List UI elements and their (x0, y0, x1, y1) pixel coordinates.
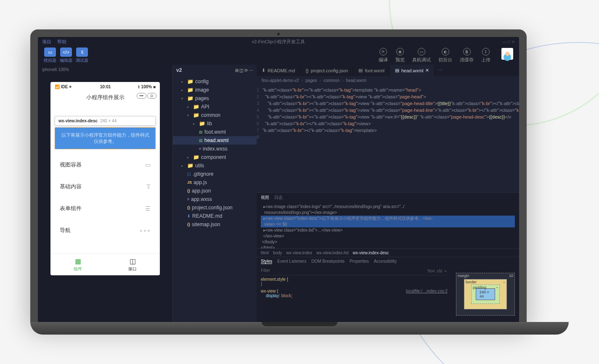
action-preview[interactable]: ◉预览 (395, 48, 405, 63)
capsule-button[interactable]: •••⊙ (137, 93, 156, 99)
camera-dot (277, 33, 280, 35)
ide-window: 项目 帮助 v2-FinClip小程序开发工具 — □ ✕ ▭模拟器 </>编辑… (38, 37, 519, 323)
editor-tab[interactable]: ⬇README.md (257, 65, 300, 76)
styles-pane[interactable]: Filter:hov .cls ＋ element.style {}</span… (257, 266, 452, 323)
highlighted-element[interactable]: 以下将展示小程序官方组件能力，组件样式仅供参考。 (55, 127, 156, 149)
file-tree: ▸📁config▸📁image▾📁pages▸📁API▾📁common▸📁lib… (173, 76, 257, 230)
editor-tabs: ⬇README.md{}project.config.json▤foot.wxm… (257, 65, 519, 76)
window-controls[interactable]: — □ ✕ (502, 40, 515, 44)
tree-item[interactable]: {}project.config.json (173, 203, 257, 212)
devtools-top-tabs[interactable]: 视图日志 (257, 193, 519, 202)
tree-item[interactable]: ▸📁image (173, 86, 257, 94)
phone-list-item[interactable]: 基础内容𝕋 (54, 177, 156, 196)
tabs-overflow[interactable]: ⋯ (435, 68, 446, 73)
tab-api[interactable]: ◫接口 (105, 254, 160, 275)
filter-options[interactable]: :hov .cls ＋ (427, 268, 448, 274)
devtools-style-tabs[interactable]: Styles Event Listeners DOM Breakpoints P… (257, 257, 519, 266)
tb-debugger[interactable]: ⥮ (76, 47, 88, 57)
tree-item[interactable]: ▢.gitignore (173, 170, 257, 178)
action-upload[interactable]: ↥上传 (481, 48, 490, 63)
tb-simulator[interactable]: ▭ (44, 47, 56, 57)
box-model: margin10 border– padding– 240 × 44 (452, 266, 519, 323)
editor-tab[interactable]: ▤head.wxml✕ (390, 65, 435, 76)
phone-nav-title: 小程序组件展示 •••⊙ (50, 92, 160, 103)
tree-item[interactable]: #index.wxss (173, 145, 257, 153)
tree-item[interactable]: #app.wxss (173, 195, 257, 203)
action-background[interactable]: ◐切后台 (438, 48, 452, 63)
phone-status-bar: 📶 IDE ᯤ10:01ᚼ 100% ■ (50, 82, 160, 92)
laptop-base (30, 322, 569, 335)
tree-item[interactable]: ▸📁API (173, 103, 257, 111)
tree-item[interactable]: ▤head.wxml (173, 136, 257, 145)
tree-item[interactable]: ▤foot.wxml (173, 128, 257, 136)
inspector-tooltip: wx-view.index-desc240 × 44 (55, 116, 156, 126)
phone-list-item[interactable]: 视图容器▭ (54, 155, 156, 174)
tree-item[interactable]: ▸📁utils (173, 161, 257, 170)
simulator-panel: iphone6 100% 📶 IDE ᯤ10:01ᚼ 100% ■ 小程序组件展… (38, 65, 172, 323)
tree-item[interactable]: ⬇README.md (173, 212, 257, 220)
menu-help[interactable]: 帮助 (57, 39, 66, 45)
tree-item[interactable]: {}app.json (173, 187, 257, 195)
dom-breadcrumb[interactable]: htmlbodywx-view.indexwx-view.index-hdwx-… (257, 248, 519, 257)
tb-editor[interactable]: </> (60, 47, 72, 57)
breadcrumb[interactable]: fino-applet-demo-v2pagescommonhead.wxml (257, 76, 519, 85)
tree-item[interactable]: JSapp.js (173, 178, 257, 187)
tree-item[interactable]: ▸📁config (173, 77, 257, 86)
tree-item[interactable]: ▾📁pages (173, 94, 257, 103)
tree-item[interactable]: ▾📁common (173, 111, 257, 119)
user-avatar[interactable] (501, 48, 513, 60)
editor-tab[interactable]: ▤foot.wxml (353, 65, 390, 76)
menu-project[interactable]: 项目 (42, 39, 51, 45)
phone-list-item[interactable]: 表单组件☰ (54, 199, 156, 218)
dom-tree[interactable]: ▸<wx-image class="index-logo" src="../re… (257, 202, 519, 248)
device-info[interactable]: iphone6 100% (38, 65, 172, 74)
laptop-frame: 项目 帮助 v2-FinClip小程序开发工具 — □ ✕ ▭模拟器 </>编辑… (30, 29, 527, 323)
explorer-actions[interactable]: ⊞ ◫ ⟳ ⋯ (235, 68, 253, 73)
file-explorer: v2 ⊞ ◫ ⟳ ⋯ ▸📁config▸📁image▾📁pages▸📁API▾📁… (172, 65, 257, 323)
phone-tabbar: ▦组件 ◫接口 (50, 253, 160, 275)
tab-components[interactable]: ▦组件 (50, 254, 105, 275)
code-editor[interactable]: 12345678 "k-attr">class="k-br"><"k-attr"… (257, 85, 519, 193)
tree-item[interactable]: ▸📁component (173, 153, 257, 161)
action-compile[interactable]: ⟳编译 (379, 48, 388, 63)
devtools-panel: 视图日志 ▸<wx-image class="index-logo" src="… (257, 193, 519, 323)
action-remote-debug[interactable]: ▭真机调试 (412, 48, 431, 63)
tree-item[interactable]: ▸📁lib (173, 119, 257, 128)
explorer-header[interactable]: v2 ⊞ ◫ ⟳ ⋯ (173, 65, 257, 76)
action-clear-cache[interactable]: 🗑清缓存 (460, 48, 474, 63)
phone-list-item[interactable]: 导航∘∘∘ (54, 221, 156, 240)
editor-tab[interactable]: {}project.config.json (300, 65, 353, 76)
toolbar-actions: ⟳编译 ◉预览 ▭真机调试 ◐切后台 🗑清缓存 ↥上传 (379, 48, 513, 63)
filter-input[interactable]: Filter (261, 268, 270, 274)
toolbar: ▭模拟器 </>编辑器 ⥮调试器 ⟳编译 ◉预览 ▭真机调试 ◐切后台 🗑清缓存… (38, 46, 519, 65)
window-title: v2-FinClip小程序开发工具 (252, 39, 305, 45)
phone-simulator: 📶 IDE ᯤ10:01ᚼ 100% ■ 小程序组件展示 •••⊙ wx-vie… (50, 82, 160, 275)
tree-item[interactable]: {}sitemap.json (173, 220, 257, 229)
editor-panel: ⬇README.md{}project.config.json▤foot.wxm… (257, 65, 519, 323)
menu-bar: 项目 帮助 v2-FinClip小程序开发工具 — □ ✕ (38, 37, 519, 46)
